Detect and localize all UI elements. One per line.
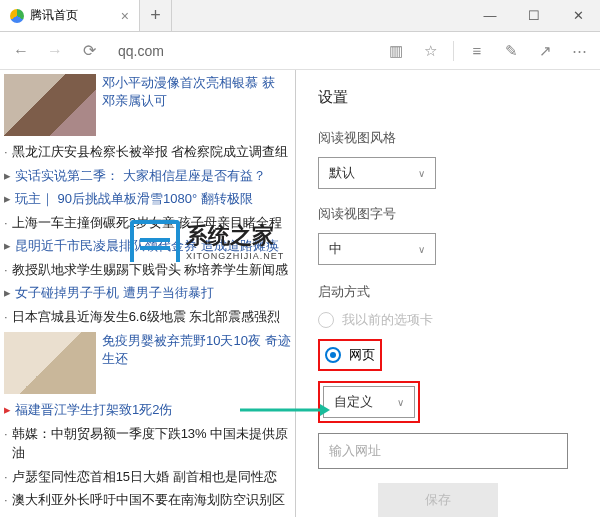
watermark-title: 系统之家	[186, 221, 284, 251]
tab-title: 腾讯首页	[30, 7, 78, 24]
bullet-icon: ▸	[4, 236, 11, 256]
featured-news-2[interactable]: 免疫男婴被弃荒野10天10夜 奇迹 生还	[4, 332, 293, 394]
url-input[interactable]: qq.com	[118, 43, 367, 59]
chevron-down-icon: ∨	[397, 397, 404, 408]
feature-title: 邓亲属认可	[102, 92, 275, 110]
bullet-icon: ▸	[4, 189, 11, 209]
webnote-icon[interactable]: ✎	[496, 36, 526, 66]
hub-icon[interactable]: ≡	[462, 36, 492, 66]
reading-size-select[interactable]: 中 ∨	[318, 233, 436, 265]
highlight-custom-select: 自定义 ∨	[318, 381, 420, 423]
browser-tab[interactable]: 腾讯首页 ×	[0, 0, 140, 31]
news-link: 卢瑟玺同性恋首相15日大婚 副首相也是同性恋	[12, 467, 277, 487]
news-item[interactable]: ▸女子碰掉男子手机 遭男子当街暴打	[4, 281, 293, 305]
news-item[interactable]: ·卢瑟玺同性恋首相15日大婚 副首相也是同性恋	[4, 465, 293, 489]
refresh-button[interactable]: ⟳	[74, 36, 104, 66]
watermark-logo-icon	[130, 220, 180, 262]
news-link: 澳大利亚外长呼吁中国不要在南海划防空识别区	[12, 490, 285, 510]
startup-custom-select[interactable]: 自定义 ∨	[323, 386, 415, 418]
chevron-down-icon: ∨	[418, 168, 425, 179]
favorites-icon[interactable]: ☆	[415, 36, 445, 66]
news-item[interactable]: ·日本宫城县近海发生6.6级地震 东北部震感强烈	[4, 305, 293, 329]
tencent-favicon-icon	[10, 9, 24, 23]
save-button[interactable]: 保存	[378, 483, 498, 517]
news-link: 福建晋江学生打架致1死2伤	[15, 400, 172, 420]
radio-label: 我以前的选项卡	[342, 311, 433, 329]
feature-title: 邓小平动漫像首次亮相银慕 获	[102, 74, 275, 92]
news-link: 韩媒：中朝贸易额一季度下跌13% 中国未提供原油	[12, 424, 293, 463]
svg-marker-1	[320, 404, 330, 416]
news-column: 邓小平动漫像首次亮相银慕 获 邓亲属认可 ·黑龙江庆安县检察长被举报 省检察院成…	[0, 70, 295, 517]
watermark-subtitle: XITONGZHIJIA.NET	[186, 251, 284, 261]
bullet-icon: ▸	[4, 400, 11, 420]
watermark: 系统之家 XITONGZHIJIA.NET	[130, 220, 284, 262]
news-item[interactable]: ·澳大利亚外长呼吁中国不要在南海划防空识别区	[4, 488, 293, 512]
reading-view-icon[interactable]: ▥	[381, 36, 411, 66]
radio-label: 网页	[349, 346, 375, 364]
forward-button[interactable]: →	[40, 36, 70, 66]
separator	[453, 41, 454, 61]
bullet-icon: ·	[4, 213, 8, 233]
bullet-icon: ·	[4, 260, 8, 280]
radio-selected-icon	[325, 347, 341, 363]
news-thumbnail-icon	[4, 74, 96, 136]
reading-style-label: 阅读视图风格	[318, 129, 578, 147]
bullet-icon: ▸	[4, 166, 11, 186]
news-link: 女子碰掉男子手机 遭男子当街暴打	[15, 283, 214, 303]
news-item[interactable]: ·黑龙江庆安县检察长被举报 省检察院成立调查组	[4, 140, 293, 164]
news-thumbnail-icon	[4, 332, 96, 394]
bullet-icon: ▸	[4, 283, 11, 303]
bullet-icon: ·	[4, 307, 8, 327]
bullet-icon: ·	[4, 142, 8, 162]
highlight-webpage-option: 网页	[318, 339, 382, 371]
radio-webpage[interactable]: 网页	[325, 346, 375, 364]
minimize-button[interactable]: —	[468, 0, 512, 31]
title-bar: 腾讯首页 × + — ☐ ✕	[0, 0, 600, 32]
select-value: 中	[329, 240, 342, 258]
news-item[interactable]: ▸实话实说第二季： 大家相信星座是否有益？	[4, 164, 293, 188]
close-tab-icon[interactable]: ×	[121, 8, 129, 24]
news-item[interactable]: ▸组图：男子自制动力三角翼飞行器 一年花费20万	[4, 512, 293, 518]
reading-size-label: 阅读视图字号	[318, 205, 578, 223]
bullet-icon: ▸	[4, 514, 11, 518]
more-icon[interactable]: ⋯	[564, 36, 594, 66]
news-link: 教授趴地求学生赐踢下贱骨头 称培养学生新闻感	[12, 260, 289, 280]
chevron-down-icon: ∨	[418, 244, 425, 255]
reading-style-select[interactable]: 默认 ∨	[318, 157, 436, 189]
back-button[interactable]: ←	[6, 36, 36, 66]
news-link: 玩主｜ 90后挑战单板滑雪1080° 翻转极限	[15, 189, 253, 209]
annotation-arrow-icon	[240, 400, 330, 420]
radio-icon	[318, 312, 334, 328]
close-window-button[interactable]: ✕	[556, 0, 600, 31]
select-value: 默认	[329, 164, 355, 182]
news-link: 日本宫城县近海发生6.6级地震 东北部震感强烈	[12, 307, 281, 327]
feature-title: 免疫男婴被弃荒野10天10夜 奇迹	[102, 332, 291, 350]
news-item[interactable]: ▸玩主｜ 90后挑战单板滑雪1080° 翻转极限	[4, 187, 293, 211]
maximize-button[interactable]: ☐	[512, 0, 556, 31]
address-bar: ← → ⟳ qq.com ▥ ☆ ≡ ✎ ↗ ⋯	[0, 32, 600, 70]
radio-previous-tabs[interactable]: 我以前的选项卡	[318, 311, 578, 329]
featured-news-1[interactable]: 邓小平动漫像首次亮相银慕 获 邓亲属认可	[4, 74, 293, 136]
startup-label: 启动方式	[318, 283, 578, 301]
input-placeholder: 输入网址	[329, 442, 381, 460]
content-area: 邓小平动漫像首次亮相银慕 获 邓亲属认可 ·黑龙江庆安县检察长被举报 省检察院成…	[0, 70, 600, 517]
share-icon[interactable]: ↗	[530, 36, 560, 66]
news-link: 实话实说第二季： 大家相信星座是否有益？	[15, 166, 266, 186]
news-item[interactable]: ·韩媒：中朝贸易额一季度下跌13% 中国未提供原油	[4, 422, 293, 465]
new-tab-button[interactable]: +	[140, 0, 172, 31]
bullet-icon: ·	[4, 490, 8, 510]
bullet-icon: ·	[4, 467, 8, 487]
bullet-icon: ·	[4, 424, 8, 444]
select-value: 自定义	[334, 393, 373, 411]
settings-title: 设置	[318, 88, 578, 107]
settings-panel: 设置 阅读视图风格 默认 ∨ 阅读视图字号 中 ∨ 启动方式 我以前的选项卡 网…	[295, 70, 600, 517]
homepage-url-input[interactable]: 输入网址	[318, 433, 568, 469]
news-link: 黑龙江庆安县检察长被举报 省检察院成立调查组	[12, 142, 289, 162]
news-link: 组图：男子自制动力三角翼飞行器 一年花费20万	[15, 514, 293, 518]
window-controls: — ☐ ✕	[468, 0, 600, 31]
feature-title: 生还	[102, 350, 291, 368]
